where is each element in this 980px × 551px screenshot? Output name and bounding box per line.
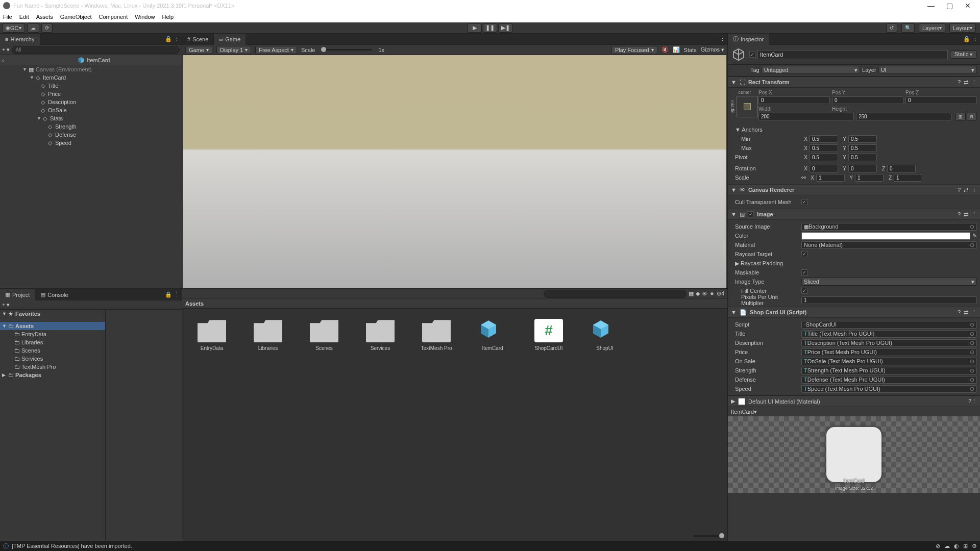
display-dropdown[interactable]: Display 1 ▾ — [216, 46, 251, 54]
project-star-icon[interactable]: ★ — [709, 290, 715, 297]
stats-button[interactable]: Stats — [684, 47, 697, 53]
fillcenter-checkbox[interactable]: ✓ — [801, 288, 807, 294]
asset-scenes[interactable]: Scenes — [305, 319, 344, 351]
project-folder-entrydata[interactable]: 🗀EntryData — [0, 330, 105, 338]
menu-component[interactable]: Component — [99, 14, 128, 20]
project-search-input[interactable] — [544, 290, 687, 298]
anchor-maxx-input[interactable] — [810, 144, 838, 152]
project-folder-libraries[interactable]: 🗀Libraries — [0, 338, 105, 346]
preset-icon[interactable]: ⇄ — [964, 79, 968, 86]
scale-link-icon[interactable]: ⚯ — [801, 174, 806, 181]
width-input[interactable] — [758, 113, 854, 120]
asset-shopui[interactable]: ShopUI — [585, 319, 624, 351]
menu-assets[interactable]: Assets — [36, 14, 53, 20]
back-icon[interactable]: ‹ — [2, 57, 4, 63]
maskable-checkbox[interactable]: ✓ — [801, 269, 807, 276]
source-image-field[interactable]: ▦Background⊙ — [801, 223, 977, 231]
raycast-checkbox[interactable]: ✓ — [801, 251, 807, 257]
close-button[interactable]: ✕ — [959, 2, 977, 10]
tree-row-defense[interactable]: ◇Defense — [0, 131, 182, 139]
rect-transform-header[interactable]: ▼⛶ Rect Transform ?⇄⋮ — [728, 77, 980, 88]
project-tab[interactable]: ▦ Project — [0, 289, 35, 300]
asset-itemcard[interactable]: ItemCard — [473, 319, 512, 351]
menu-gameobject[interactable]: GameObject — [60, 14, 92, 20]
ppu-input[interactable] — [801, 296, 977, 304]
project-menu-icon[interactable]: ⋮ — [174, 291, 180, 298]
posx-input[interactable] — [758, 96, 830, 104]
price-field[interactable]: TPrice (Text Mesh Pro UGUI)⊙ — [801, 348, 977, 356]
asset-entrydata[interactable]: EntryData — [192, 319, 231, 351]
raw-button[interactable]: R — [967, 113, 977, 121]
minimize-button[interactable]: — — [922, 2, 940, 10]
strength-field[interactable]: TStrength (Text Mesh Pro UGUI)⊙ — [801, 367, 977, 374]
maximize-button[interactable]: ▢ — [940, 2, 959, 10]
gizmos-dropdown[interactable]: Gizmos ▾ — [701, 46, 724, 53]
tree-row-stats[interactable]: ▼◇Stats — [0, 114, 182, 122]
project-folder-tmpro[interactable]: 🗀TextMesh Pro — [0, 363, 105, 371]
project-hidden-icon[interactable]: 👁 — [702, 291, 707, 297]
status-icon-4[interactable]: ⊞ — [963, 543, 968, 549]
asset-libraries[interactable]: Libraries — [249, 319, 287, 351]
help-icon[interactable]: ? — [958, 79, 961, 86]
account-button[interactable]: ◉ GC ▾ — [2, 23, 25, 33]
play-focused-dropdown[interactable]: Play Focused ▾ — [611, 46, 657, 54]
project-zoom-slider[interactable] — [694, 535, 724, 537]
project-filter-icon[interactable]: ▦ — [689, 290, 694, 297]
tree-row-description[interactable]: ◇Description — [0, 98, 182, 106]
preview-header[interactable]: ItemCard ▾ — [728, 407, 980, 416]
tag-dropdown[interactable]: Untagged▾ — [762, 66, 860, 74]
anchor-preset-button[interactable] — [737, 96, 758, 117]
tree-row-price[interactable]: ◇Price — [0, 90, 182, 98]
project-assets-root[interactable]: ▼🗀Assets — [0, 322, 105, 330]
project-packages[interactable]: ▶🗀Packages — [0, 371, 105, 379]
rot-x-input[interactable] — [810, 165, 838, 172]
title-field[interactable]: TTitle (Text Mesh Pro UGUI)⊙ — [801, 330, 977, 338]
scale-x-input[interactable] — [816, 174, 845, 182]
status-icon-1[interactable]: ⊘ — [936, 543, 940, 549]
rot-z-input[interactable] — [887, 165, 916, 172]
cloud-button[interactable]: ☁ — [27, 23, 39, 33]
menu-file[interactable]: File — [3, 14, 12, 20]
hierarchy-tab[interactable]: ≡ Hierarchy — [0, 34, 40, 45]
material-field[interactable]: None (Material)⊙ — [801, 241, 977, 249]
comp-menu-icon[interactable]: ⋮ — [971, 79, 977, 86]
rot-y-input[interactable] — [848, 165, 877, 172]
cull-checkbox[interactable]: ✓ — [801, 199, 807, 205]
tree-row-onsale[interactable]: ◇OnSale — [0, 106, 182, 114]
status-icon-2[interactable]: ☁ — [944, 543, 950, 549]
tree-row-title[interactable]: ◇Title — [0, 82, 182, 90]
menu-edit[interactable]: Edit — [19, 14, 29, 20]
posz-input[interactable] — [905, 96, 977, 104]
layer-dropdown[interactable]: UI▾ — [878, 66, 977, 74]
stats-icon[interactable]: 📊 — [673, 46, 680, 53]
status-icon-5[interactable]: ⚙ — [972, 543, 977, 549]
image-enable-checkbox[interactable]: ✓ — [748, 211, 754, 217]
search-button[interactable]: 🔍 — [901, 23, 915, 33]
status-icon-3[interactable]: ◐ — [954, 543, 959, 549]
step-button[interactable]: ▶❚ — [498, 23, 512, 33]
layers-dropdown[interactable]: Layers ▾ — [919, 23, 945, 33]
menu-help[interactable]: Help — [162, 14, 174, 20]
menu-window[interactable]: Window — [135, 14, 155, 20]
script-header[interactable]: ▼📄Shop Card UI (Script)?⇄⋮ — [728, 307, 980, 318]
aspect-dropdown[interactable]: Free Aspect ▾ — [255, 46, 297, 54]
play-button[interactable]: ▶ — [468, 23, 482, 33]
project-visibility-icon[interactable]: ◆ — [696, 290, 700, 297]
inspector-lock-icon[interactable]: 🔒 — [963, 36, 970, 42]
canvas-renderer-header[interactable]: ▼👁Canvas Renderer?⇄⋮ — [728, 184, 980, 195]
eyedropper-icon[interactable]: ✎ — [972, 233, 977, 239]
project-folder-scenes[interactable]: 🗀Scenes — [0, 346, 105, 355]
game-menu-icon[interactable]: ⋮ — [720, 36, 725, 42]
raycast-padding-foldout[interactable]: ▶ Raycast Padding — [731, 260, 799, 267]
settings-button[interactable]: ⟳ — [41, 23, 53, 33]
layout-dropdown[interactable]: Layout ▾ — [949, 23, 976, 33]
defense-field[interactable]: TDefense (Text Mesh Pro UGUI)⊙ — [801, 376, 977, 384]
pivot-y-input[interactable] — [848, 154, 877, 161]
asset-shopcardui[interactable]: #ShopCardUI — [529, 319, 568, 351]
gameobject-active-checkbox[interactable]: ✓ — [749, 52, 755, 58]
anchor-minx-input[interactable] — [810, 135, 838, 143]
pause-button[interactable]: ❚❚ — [483, 23, 497, 33]
onsale-field[interactable]: TOnSale (Text Mesh Pro UGUI)⊙ — [801, 358, 977, 365]
hierarchy-scene-header[interactable]: ‹ ItemCard — [0, 55, 182, 65]
inspector-menu-icon[interactable]: ⋮ — [972, 36, 978, 42]
